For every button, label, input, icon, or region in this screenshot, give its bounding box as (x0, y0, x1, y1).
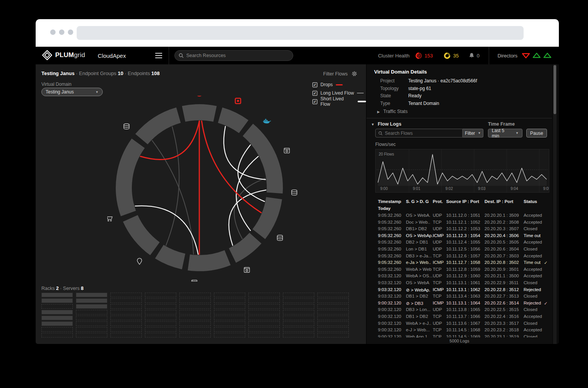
server-slot-filled[interactable] (41, 321, 73, 326)
ring-segment[interactable] (184, 112, 215, 114)
cell: 9:05:32.260 (378, 220, 401, 224)
column-header[interactable]: Prot. (433, 199, 443, 204)
cell: ICMP (433, 260, 444, 265)
flow-log-row[interactable]: 9:00:32.120DB1 > DB2TCP10.11.13.7 : 1066… (366, 313, 552, 320)
cell: 20.20.20.8 : 3502 (485, 260, 519, 265)
database-icon[interactable] (292, 190, 297, 195)
cell: TCP (433, 254, 442, 258)
flow-log-row[interactable]: 9:05:32.260DB3 > e-Ja...TCP10.11.12.6 : … (366, 253, 552, 260)
window-close-button[interactable] (50, 29, 56, 35)
flow-log-row[interactable]: 9:05:32.260OS > WebAp.ICMP10.11.12.3 : 1… (366, 232, 552, 239)
time-range-dropdown[interactable]: Last 5 min▼ (488, 129, 522, 138)
flow-chord-long[interactable] (166, 127, 179, 246)
ring-segment[interactable] (130, 218, 155, 249)
traffic-stats-toggle[interactable]: ▶ Traffic Stats (377, 109, 407, 114)
critical-health-icon[interactable] (415, 52, 422, 59)
bell-icon[interactable] (469, 52, 475, 59)
virtual-domain-select[interactable]: Testing Janus ▼ (41, 88, 103, 96)
column-header[interactable]: Timestamp (378, 199, 401, 204)
server-slot-filled[interactable] (41, 298, 73, 303)
filter-checkbox[interactable]: ✓ (312, 91, 317, 96)
ring-segment[interactable] (159, 252, 184, 262)
ring-segment[interactable] (232, 238, 255, 255)
check-icon: ✓ (544, 301, 548, 306)
ring-segment[interactable] (248, 130, 269, 159)
flow-log-row[interactable]: 9:05:32.260WebA > WebTCP10.11.12.8 : 105… (366, 266, 552, 273)
cell: 9:00:32.120 (378, 307, 401, 312)
menu-icon[interactable] (155, 53, 162, 58)
flow-log-row[interactable]: 9:05:32.260OS > WebA.UDP10.11.12.0 : 105… (366, 212, 552, 219)
cell: 10.11.12.9 : 1060 (446, 273, 480, 278)
pause-button[interactable]: Pause (526, 129, 547, 138)
filter-checkbox[interactable]: ✓ (312, 82, 317, 87)
ring-segment[interactable] (141, 115, 179, 139)
server-slot-filled[interactable] (76, 298, 107, 303)
cell: 10.11.12.1 : 1052 (446, 220, 480, 224)
prohibited-icon[interactable] (196, 96, 202, 96)
flow-log-row[interactable]: 9:00:32.120WebA > e-J..UDP10.11.13.6 : 1… (366, 320, 552, 327)
detail-value: Ready (408, 93, 422, 98)
cart-icon[interactable] (107, 216, 112, 221)
flow-log-row[interactable]: 9:05:32.260e-Ja > Web..ICMP10.11.12.7 : … (366, 259, 552, 266)
flow-log-row[interactable]: 9:05:32.260Lon > DB1UDP10.11.12.5 : 1056… (366, 246, 552, 253)
flow-log-row[interactable]: 9:05:32.260DB2 > DB1UDP10.11.12.4 : 1055… (366, 239, 552, 246)
flow-log-row[interactable]: 9:00:32.120DB3 > Lon...UDP10.11.13.8 : 1… (366, 306, 552, 313)
cell: Web App 1.. (406, 334, 430, 337)
ring-segment[interactable] (189, 258, 228, 263)
director-down-triangle-icon[interactable] (521, 52, 531, 59)
ring-segment[interactable] (259, 198, 274, 234)
window-minimize-button[interactable] (59, 29, 64, 35)
map-pin-icon[interactable] (137, 258, 142, 264)
cell: DB3 > e-Ja... (406, 254, 432, 258)
ring-segment[interactable] (220, 115, 243, 127)
rack-3 (110, 293, 142, 339)
database-icon[interactable] (277, 235, 283, 241)
page-background: PLUMgrid CloudApex Cluster Health (0, 0, 588, 388)
column-header[interactable]: Dest. IP : Port (485, 199, 513, 204)
server-slot-empty (110, 316, 142, 320)
director-up-triangle-icon[interactable] (543, 52, 552, 59)
flow-log-row[interactable]: 9:03:32.120⊘ > WebAp.ICMP10.11.13.1 : 10… (366, 286, 552, 293)
scrollbar-thumb[interactable] (554, 65, 556, 114)
app-window-icon[interactable] (192, 280, 197, 282)
filter-dropdown[interactable]: Filter▼ (463, 129, 483, 138)
flow-log-row[interactable]: 9:00:32.120⊘ > DB3ICMP10.11.13.1 : 10642… (366, 300, 552, 307)
column-header[interactable]: S. G > D. G (406, 199, 429, 204)
detail-row-state: StateReady (380, 93, 545, 100)
search-flows-input[interactable] (385, 131, 460, 136)
ring-segment[interactable] (124, 143, 138, 213)
address-bar[interactable] (77, 26, 524, 40)
container-icon[interactable] (235, 98, 241, 103)
cell: 10.11.14.5 : 1069 (446, 334, 480, 337)
rack-4 (145, 293, 176, 339)
app-window-icon[interactable] (244, 267, 250, 272)
server-slot-filled[interactable] (41, 310, 73, 314)
warning-health-icon[interactable] (443, 52, 451, 59)
server-slot-filled[interactable] (41, 293, 73, 297)
flow-log-row[interactable]: 9:00:32.120e-J > Web...TCP10.11.14.5 : 1… (366, 327, 552, 334)
flow-log-row[interactable]: 9:03:32.120DB1 > DB2TCP10.11.13.4 : 1063… (366, 293, 552, 300)
server-slot-filled[interactable] (76, 293, 107, 297)
database-icon[interactable] (124, 124, 129, 129)
app-window-icon[interactable] (284, 148, 289, 153)
flow-log-row[interactable]: 9:05:32.260Doc > Web..TCP10.11.12.1 : 10… (366, 219, 552, 226)
racks-summary: Racks 2 · Servers 8 (41, 286, 84, 291)
flow-logs-toggle[interactable]: ▼ Flow Logs (371, 121, 401, 127)
search-resources-input[interactable] (186, 53, 289, 58)
gear-icon[interactable] (351, 70, 358, 77)
flow-log-row[interactable]: 9:03:32.120OS > WebATCP10.11.13.1 : 1061… (366, 280, 552, 286)
docker-icon[interactable] (263, 119, 271, 123)
flow-log-row[interactable]: 9:00:32.120Web App 1..TCP10.11.14.5 : 10… (366, 334, 552, 337)
director-up-triangle-icon[interactable] (532, 52, 541, 59)
filter-checkbox[interactable]: ✓ (312, 99, 317, 104)
ring-segment[interactable] (268, 157, 275, 193)
flow-chord-short[interactable] (236, 156, 258, 231)
window-maximize-button[interactable] (68, 29, 73, 35)
flow-log-row[interactable]: 9:03:32.120WebA > OS...UDP10.11.12.9 : 1… (366, 273, 552, 280)
flow-log-row[interactable]: 9:05:32.260DB1> DB2UDP10.11.12.2 : 10532… (366, 226, 552, 232)
server-slot-filled[interactable] (41, 316, 73, 320)
column-header[interactable]: Status (524, 199, 537, 204)
triangle-right-icon: ▶ (377, 110, 380, 114)
column-header[interactable]: Source IP : Port (446, 199, 479, 204)
server-slot-filled[interactable] (76, 304, 107, 309)
